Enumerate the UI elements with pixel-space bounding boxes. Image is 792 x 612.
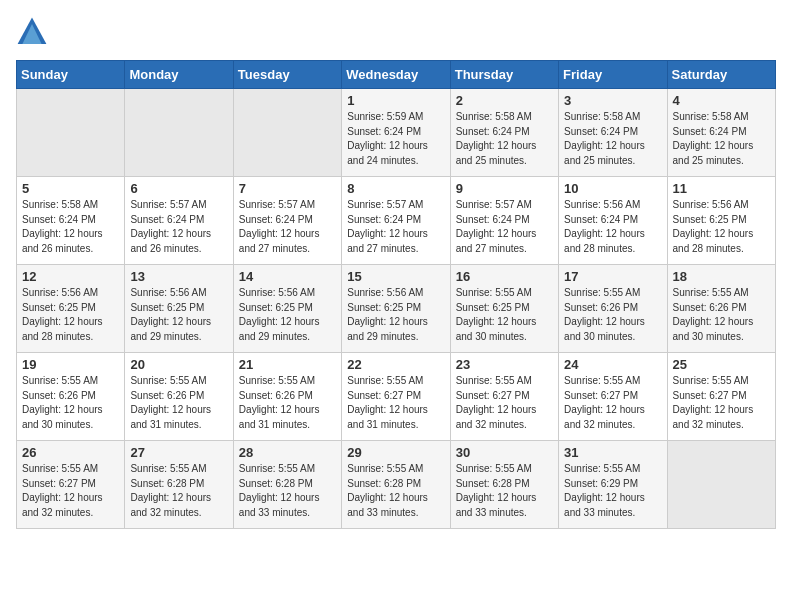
day-number: 4	[673, 93, 770, 108]
day-number: 28	[239, 445, 336, 460]
weekday-header-wednesday: Wednesday	[342, 61, 450, 89]
calendar-cell: 19Sunrise: 5:55 AM Sunset: 6:26 PM Dayli…	[17, 353, 125, 441]
day-info: Sunrise: 5:56 AM Sunset: 6:24 PM Dayligh…	[564, 199, 645, 254]
weekday-header-sunday: Sunday	[17, 61, 125, 89]
calendar-cell: 22Sunrise: 5:55 AM Sunset: 6:27 PM Dayli…	[342, 353, 450, 441]
day-info: Sunrise: 5:55 AM Sunset: 6:27 PM Dayligh…	[22, 463, 103, 518]
calendar-cell: 23Sunrise: 5:55 AM Sunset: 6:27 PM Dayli…	[450, 353, 558, 441]
day-number: 10	[564, 181, 661, 196]
day-number: 25	[673, 357, 770, 372]
day-number: 5	[22, 181, 119, 196]
calendar-cell: 6Sunrise: 5:57 AM Sunset: 6:24 PM Daylig…	[125, 177, 233, 265]
day-number: 14	[239, 269, 336, 284]
calendar-week-row: 19Sunrise: 5:55 AM Sunset: 6:26 PM Dayli…	[17, 353, 776, 441]
calendar-cell: 2Sunrise: 5:58 AM Sunset: 6:24 PM Daylig…	[450, 89, 558, 177]
day-number: 18	[673, 269, 770, 284]
page-header	[16, 16, 776, 48]
day-info: Sunrise: 5:55 AM Sunset: 6:29 PM Dayligh…	[564, 463, 645, 518]
day-info: Sunrise: 5:55 AM Sunset: 6:25 PM Dayligh…	[456, 287, 537, 342]
day-number: 2	[456, 93, 553, 108]
calendar-cell: 4Sunrise: 5:58 AM Sunset: 6:24 PM Daylig…	[667, 89, 775, 177]
day-number: 30	[456, 445, 553, 460]
day-info: Sunrise: 5:55 AM Sunset: 6:28 PM Dayligh…	[456, 463, 537, 518]
logo	[16, 16, 52, 48]
calendar-cell: 30Sunrise: 5:55 AM Sunset: 6:28 PM Dayli…	[450, 441, 558, 529]
calendar-week-row: 1Sunrise: 5:59 AM Sunset: 6:24 PM Daylig…	[17, 89, 776, 177]
logo-icon	[16, 16, 48, 48]
calendar-cell: 18Sunrise: 5:55 AM Sunset: 6:26 PM Dayli…	[667, 265, 775, 353]
day-number: 8	[347, 181, 444, 196]
calendar-cell: 1Sunrise: 5:59 AM Sunset: 6:24 PM Daylig…	[342, 89, 450, 177]
day-info: Sunrise: 5:56 AM Sunset: 6:25 PM Dayligh…	[130, 287, 211, 342]
day-number: 6	[130, 181, 227, 196]
day-info: Sunrise: 5:56 AM Sunset: 6:25 PM Dayligh…	[673, 199, 754, 254]
calendar-cell: 7Sunrise: 5:57 AM Sunset: 6:24 PM Daylig…	[233, 177, 341, 265]
calendar-cell	[667, 441, 775, 529]
day-number: 9	[456, 181, 553, 196]
weekday-header-monday: Monday	[125, 61, 233, 89]
day-number: 26	[22, 445, 119, 460]
day-number: 13	[130, 269, 227, 284]
day-info: Sunrise: 5:55 AM Sunset: 6:27 PM Dayligh…	[456, 375, 537, 430]
day-info: Sunrise: 5:55 AM Sunset: 6:28 PM Dayligh…	[130, 463, 211, 518]
weekday-header-tuesday: Tuesday	[233, 61, 341, 89]
calendar-cell: 24Sunrise: 5:55 AM Sunset: 6:27 PM Dayli…	[559, 353, 667, 441]
day-info: Sunrise: 5:58 AM Sunset: 6:24 PM Dayligh…	[456, 111, 537, 166]
day-info: Sunrise: 5:55 AM Sunset: 6:26 PM Dayligh…	[130, 375, 211, 430]
calendar-cell	[17, 89, 125, 177]
day-info: Sunrise: 5:59 AM Sunset: 6:24 PM Dayligh…	[347, 111, 428, 166]
day-info: Sunrise: 5:55 AM Sunset: 6:26 PM Dayligh…	[564, 287, 645, 342]
day-number: 21	[239, 357, 336, 372]
calendar-cell: 10Sunrise: 5:56 AM Sunset: 6:24 PM Dayli…	[559, 177, 667, 265]
day-info: Sunrise: 5:58 AM Sunset: 6:24 PM Dayligh…	[673, 111, 754, 166]
day-number: 22	[347, 357, 444, 372]
day-info: Sunrise: 5:58 AM Sunset: 6:24 PM Dayligh…	[22, 199, 103, 254]
weekday-header-friday: Friday	[559, 61, 667, 89]
calendar-cell: 3Sunrise: 5:58 AM Sunset: 6:24 PM Daylig…	[559, 89, 667, 177]
calendar-cell: 17Sunrise: 5:55 AM Sunset: 6:26 PM Dayli…	[559, 265, 667, 353]
calendar-week-row: 5Sunrise: 5:58 AM Sunset: 6:24 PM Daylig…	[17, 177, 776, 265]
day-info: Sunrise: 5:57 AM Sunset: 6:24 PM Dayligh…	[239, 199, 320, 254]
day-info: Sunrise: 5:55 AM Sunset: 6:26 PM Dayligh…	[239, 375, 320, 430]
calendar-cell: 5Sunrise: 5:58 AM Sunset: 6:24 PM Daylig…	[17, 177, 125, 265]
day-info: Sunrise: 5:55 AM Sunset: 6:26 PM Dayligh…	[673, 287, 754, 342]
calendar-cell: 11Sunrise: 5:56 AM Sunset: 6:25 PM Dayli…	[667, 177, 775, 265]
calendar-cell: 28Sunrise: 5:55 AM Sunset: 6:28 PM Dayli…	[233, 441, 341, 529]
calendar-cell: 8Sunrise: 5:57 AM Sunset: 6:24 PM Daylig…	[342, 177, 450, 265]
calendar-cell: 9Sunrise: 5:57 AM Sunset: 6:24 PM Daylig…	[450, 177, 558, 265]
calendar-cell: 20Sunrise: 5:55 AM Sunset: 6:26 PM Dayli…	[125, 353, 233, 441]
day-number: 27	[130, 445, 227, 460]
day-info: Sunrise: 5:56 AM Sunset: 6:25 PM Dayligh…	[347, 287, 428, 342]
weekday-header-thursday: Thursday	[450, 61, 558, 89]
calendar-cell: 31Sunrise: 5:55 AM Sunset: 6:29 PM Dayli…	[559, 441, 667, 529]
calendar-cell	[233, 89, 341, 177]
day-number: 15	[347, 269, 444, 284]
calendar-cell: 25Sunrise: 5:55 AM Sunset: 6:27 PM Dayli…	[667, 353, 775, 441]
day-number: 7	[239, 181, 336, 196]
calendar-cell: 21Sunrise: 5:55 AM Sunset: 6:26 PM Dayli…	[233, 353, 341, 441]
day-info: Sunrise: 5:55 AM Sunset: 6:26 PM Dayligh…	[22, 375, 103, 430]
weekday-header-saturday: Saturday	[667, 61, 775, 89]
day-info: Sunrise: 5:56 AM Sunset: 6:25 PM Dayligh…	[239, 287, 320, 342]
day-number: 31	[564, 445, 661, 460]
calendar-cell: 29Sunrise: 5:55 AM Sunset: 6:28 PM Dayli…	[342, 441, 450, 529]
day-info: Sunrise: 5:57 AM Sunset: 6:24 PM Dayligh…	[130, 199, 211, 254]
day-number: 24	[564, 357, 661, 372]
day-number: 20	[130, 357, 227, 372]
day-info: Sunrise: 5:58 AM Sunset: 6:24 PM Dayligh…	[564, 111, 645, 166]
day-info: Sunrise: 5:57 AM Sunset: 6:24 PM Dayligh…	[347, 199, 428, 254]
day-info: Sunrise: 5:55 AM Sunset: 6:28 PM Dayligh…	[347, 463, 428, 518]
day-info: Sunrise: 5:55 AM Sunset: 6:28 PM Dayligh…	[239, 463, 320, 518]
calendar-week-row: 12Sunrise: 5:56 AM Sunset: 6:25 PM Dayli…	[17, 265, 776, 353]
calendar-table: SundayMondayTuesdayWednesdayThursdayFrid…	[16, 60, 776, 529]
day-number: 16	[456, 269, 553, 284]
day-number: 17	[564, 269, 661, 284]
day-info: Sunrise: 5:55 AM Sunset: 6:27 PM Dayligh…	[564, 375, 645, 430]
calendar-cell: 14Sunrise: 5:56 AM Sunset: 6:25 PM Dayli…	[233, 265, 341, 353]
day-number: 29	[347, 445, 444, 460]
calendar-cell: 16Sunrise: 5:55 AM Sunset: 6:25 PM Dayli…	[450, 265, 558, 353]
weekday-header-row: SundayMondayTuesdayWednesdayThursdayFrid…	[17, 61, 776, 89]
calendar-cell: 15Sunrise: 5:56 AM Sunset: 6:25 PM Dayli…	[342, 265, 450, 353]
calendar-cell: 13Sunrise: 5:56 AM Sunset: 6:25 PM Dayli…	[125, 265, 233, 353]
day-number: 12	[22, 269, 119, 284]
